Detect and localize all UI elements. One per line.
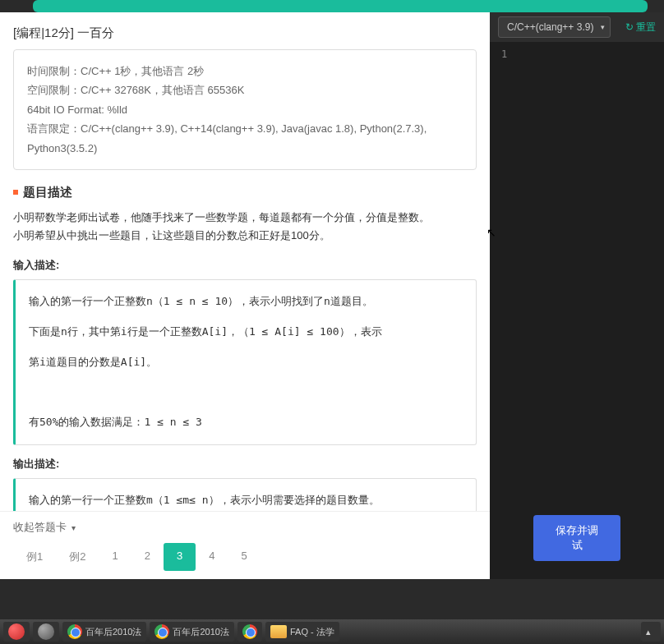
output-description-block: 输入的第一行一个正整数m（1 ≤m≤ n），表示小明需要选择的题目数量。 下面是… [13,478,477,511]
tab-example-2[interactable]: 例2 [56,543,99,571]
time-limit: 时间限制：C/C++ 1秒，其他语言 2秒 [27,62,463,80]
input-description-block: 输入的第一行一个正整数n（1 ≤ n ≤ 10），表示小明找到了n道题目。 下面… [13,279,477,444]
taskbar-chrome-2[interactable]: 百年后2010法 [150,622,233,642]
tab-2[interactable]: 2 [131,543,164,571]
language-selector[interactable]: C/C++(clang++ 3.9) ▾ [498,16,611,38]
chrome-icon [154,624,169,639]
problem-description-header: 题目描述 [13,185,477,200]
section-title: 题目描述 [23,185,72,200]
taskbar-chrome-1[interactable]: 百年后2010法 [62,622,146,642]
chevron-down-icon: ▾ [601,23,605,31]
folder-icon [270,625,287,638]
code-editor-panel: C/C++(clang++ 3.9) ▾ ↻ 重置 1 保存并调试 [490,12,664,579]
collapse-label: 收起答题卡 [13,520,67,535]
app-icon [38,623,54,640]
memory-limit: 空间限制：C/C++ 32768K，其他语言 65536K [27,80,463,99]
tab-3[interactable]: 3 [164,543,196,571]
problem-scroll-area[interactable]: [编程|12分] 一百分 时间限制：C/C++ 1秒，其他语言 2秒 空间限制：… [0,12,490,511]
tab-5[interactable]: 5 [228,543,260,571]
constraints-box: 时间限制：C/C++ 1秒，其他语言 2秒 空间限制：C/C++ 32768K，… [13,49,477,170]
taskbar-app-1[interactable] [3,622,30,642]
language-limit: 语言限定：C/C++(clang++ 3.9), C++14(clang++ 3… [27,119,463,158]
chrome-icon [67,624,82,639]
tab-4[interactable]: 4 [196,543,228,571]
problem-panel: [编程|12分] 一百分 时间限制：C/C++ 1秒，其他语言 2秒 空间限制：… [0,12,490,579]
save-debug-button[interactable]: 保存并调试 [533,515,620,561]
taskbar-app-2[interactable] [33,622,59,642]
io-format: 64bit IO Format: %lld [27,100,463,119]
code-editor[interactable]: 1 [490,42,664,579]
line-number: 1 [490,48,664,60]
input-description-title: 输入描述: [13,258,477,273]
app-icon [8,623,25,640]
chrome-icon [242,624,257,639]
marker-icon [13,190,18,195]
reset-button[interactable]: ↻ 重置 [625,21,656,34]
refresh-icon: ↻ [625,21,634,33]
output-description-title: 输出描述: [13,457,477,472]
taskbar-chrome-3[interactable] [237,622,262,642]
answer-card-section: 收起答题卡 ▾ 例1 例2 1 2 3 4 5 [0,511,490,579]
taskbar-folder[interactable]: FAQ - 法学 [265,622,339,642]
collapse-answer-card[interactable]: 收起答题卡 ▾ [13,520,477,535]
caret-down-icon: ▾ [71,523,76,532]
editor-toolbar: C/C++(clang++ 3.9) ▾ ↻ 重置 [490,12,664,42]
tab-1[interactable]: 1 [99,543,131,571]
example-tabs: 例1 例2 1 2 3 4 5 [13,543,477,571]
taskbar: 百年后2010法 百年后2010法 FAQ - 法学 ▴ [0,619,664,644]
language-label: C/C++(clang++ 3.9) [507,21,593,33]
progress-bar [33,0,648,12]
taskbar-tray[interactable]: ▴ [641,622,661,642]
problem-title: [编程|12分] 一百分 [13,12,477,49]
reset-label: 重置 [636,21,656,34]
tab-example-1[interactable]: 例1 [13,543,56,571]
problem-description-text: 小明帮数学老师出试卷，他随手找来了一些数学题，每道题都有一个分值，分值是整数。 … [13,209,477,245]
